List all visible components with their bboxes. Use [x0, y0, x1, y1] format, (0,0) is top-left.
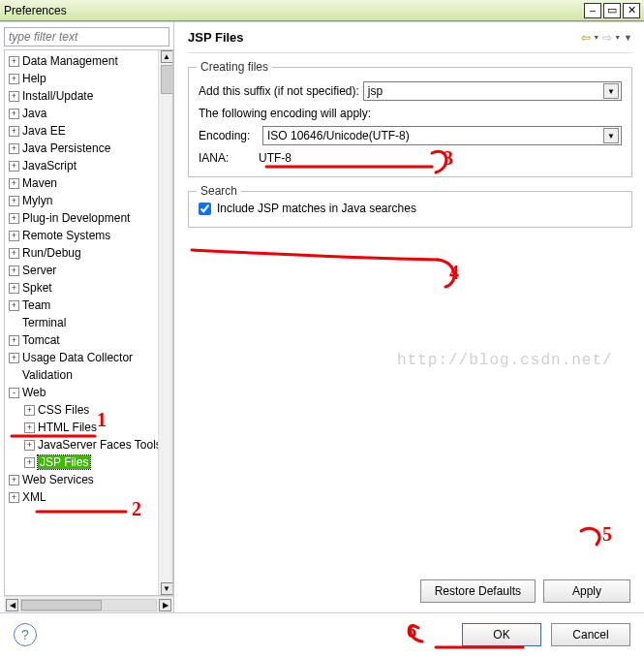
expand-icon[interactable]: + — [9, 213, 19, 224]
tree-label: Web — [22, 386, 46, 399]
tree-label: JSP Files — [38, 455, 90, 469]
tree-label: Java Persistence — [22, 141, 110, 155]
close-button[interactable]: ✕ — [623, 3, 640, 18]
suffix-select[interactable]: jsp ▼ — [363, 81, 622, 101]
cancel-button[interactable]: Cancel — [551, 623, 630, 646]
expand-icon[interactable]: + — [9, 475, 19, 485]
tree-item-javascript[interactable]: +JavaScript — [5, 157, 172, 174]
tree-item-html-files[interactable]: +HTML Files — [5, 419, 172, 436]
expand-icon[interactable]: + — [24, 422, 35, 433]
dropdown-icon[interactable]: ▼ — [603, 128, 619, 143]
scroll-left-icon[interactable]: ◀ — [6, 599, 18, 611]
expand-icon[interactable]: + — [9, 74, 19, 84]
ok-button[interactable]: OK — [462, 623, 541, 646]
scroll-right-icon[interactable]: ▶ — [159, 599, 171, 611]
expand-icon[interactable]: + — [9, 126, 19, 137]
tree-item-web-services[interactable]: +Web Services — [5, 471, 172, 488]
forward-icon[interactable]: ⇨ — [602, 31, 612, 45]
dialog-footer: ? OK Cancel — [0, 612, 644, 655]
expand-icon[interactable]: + — [9, 353, 19, 363]
expand-icon[interactable]: + — [9, 492, 19, 503]
tree-item-install-update[interactable]: +Install/Update — [5, 87, 172, 105]
tree-label: Validation — [22, 368, 73, 382]
tree-label: Tomcat — [22, 333, 60, 347]
tree-item-validation[interactable]: Validation — [5, 366, 172, 384]
tree-label: Java — [22, 107, 46, 120]
tree-label: Team — [22, 298, 50, 312]
tree-item-java-persistence[interactable]: +Java Persistence — [5, 140, 172, 157]
expand-icon[interactable]: + — [9, 196, 19, 206]
tree-item-java-ee[interactable]: +Java EE — [5, 122, 172, 140]
main-panel: JSP Files ⇦▼ ⇨▼ ▼ Creating files Add thi… — [174, 22, 644, 612]
restore-defaults-button[interactable]: Restore Defaults — [420, 579, 536, 603]
expand-icon[interactable]: + — [9, 231, 19, 241]
expand-icon[interactable]: + — [24, 457, 35, 468]
tree-item-run-debug[interactable]: +Run/Debug — [5, 244, 172, 262]
encoding-select[interactable]: ISO 10646/Unicode(UTF-8) ▼ — [262, 126, 622, 145]
tree-item-server[interactable]: +Server — [5, 262, 172, 279]
tree-item-xml[interactable]: +XML — [5, 488, 172, 506]
expand-icon[interactable]: + — [9, 143, 19, 154]
preferences-tree[interactable]: ▲ ▼ +Data Management+Help+Install/Update… — [4, 49, 173, 596]
nav-icons: ⇦▼ ⇨▼ ▼ — [581, 31, 632, 45]
tree-label: Run/Debug — [22, 246, 81, 260]
sidebar: ▲ ▼ +Data Management+Help+Install/Update… — [0, 22, 174, 612]
tree-item-help[interactable]: +Help — [5, 70, 172, 87]
dropdown-icon[interactable]: ▼ — [603, 83, 619, 99]
tree-item-mylyn[interactable]: +Mylyn — [5, 192, 172, 209]
minimize-button[interactable]: – — [584, 3, 601, 18]
tree-item-tomcat[interactable]: +Tomcat — [5, 331, 172, 349]
expand-icon[interactable]: + — [9, 56, 19, 67]
expand-icon[interactable]: + — [9, 300, 19, 311]
search-group: Search Include JSP matches in Java searc… — [188, 191, 632, 228]
scroll-down-icon[interactable]: ▼ — [161, 582, 173, 595]
view-menu-icon[interactable]: ▼ — [624, 33, 632, 43]
tree-label: Remote Systems — [22, 229, 110, 242]
expand-icon[interactable]: + — [9, 283, 19, 294]
tree-item-data-management[interactable]: +Data Management — [5, 52, 172, 70]
expand-icon[interactable]: + — [9, 248, 19, 259]
include-jsp-checkbox[interactable] — [199, 203, 211, 215]
expand-icon[interactable]: + — [9, 161, 19, 172]
back-drop-icon[interactable]: ▼ — [593, 34, 599, 41]
back-icon[interactable]: ⇦ — [581, 31, 591, 45]
tree-item-terminal[interactable]: Terminal — [5, 314, 172, 331]
collapse-icon[interactable]: - — [9, 388, 19, 398]
apply-button[interactable]: Apply — [543, 579, 630, 603]
tree-item-java[interactable]: +Java — [5, 105, 172, 122]
tree-label: CSS Files — [38, 403, 89, 417]
scroll-up-icon[interactable]: ▲ — [161, 50, 173, 63]
tree-item-web[interactable]: -Web — [5, 384, 172, 401]
tree-hscroll[interactable]: ◀ ▶ — [4, 596, 173, 612]
tree-item-css-files[interactable]: +CSS Files — [5, 401, 172, 419]
tree-label: XML — [22, 490, 46, 504]
maximize-button[interactable]: ▭ — [603, 3, 621, 18]
tree-item-javaserver-faces-tools[interactable]: +JavaServer Faces Tools — [5, 436, 172, 454]
scroll-thumb[interactable] — [161, 65, 173, 94]
tree-item-plug-in-development[interactable]: +Plug-in Development — [5, 209, 172, 227]
suffix-label: Add this suffix (if not specified): — [199, 84, 359, 98]
expand-icon[interactable]: + — [9, 91, 19, 102]
expand-icon[interactable]: + — [9, 109, 19, 119]
tree-item-remote-systems[interactable]: +Remote Systems — [5, 227, 172, 244]
expand-icon[interactable]: + — [9, 266, 19, 276]
expand-icon[interactable]: + — [24, 405, 35, 416]
tree-item-jsp-files[interactable]: +JSP Files — [5, 454, 172, 471]
fwd-drop-icon[interactable]: ▼ — [614, 34, 621, 41]
hscroll-thumb[interactable] — [21, 600, 102, 610]
search-legend: Search — [197, 184, 241, 198]
filter-input[interactable] — [4, 27, 169, 47]
tree-vscroll[interactable]: ▲ ▼ — [158, 49, 173, 596]
expand-icon[interactable]: + — [24, 440, 35, 451]
watermark: http://blog.csdn.net/ — [397, 352, 613, 369]
expand-icon[interactable]: + — [9, 335, 19, 346]
help-icon[interactable]: ? — [14, 623, 37, 646]
include-label: Include JSP matches in Java searches — [217, 202, 416, 215]
tree-label: Help — [22, 72, 46, 85]
tree-item-team[interactable]: +Team — [5, 297, 172, 314]
expand-icon[interactable]: + — [9, 178, 19, 189]
window-title: Preferences — [4, 4, 67, 17]
tree-item-spket[interactable]: +Spket — [5, 279, 172, 297]
tree-item-usage-data-collector[interactable]: +Usage Data Collector — [5, 349, 172, 366]
tree-item-maven[interactable]: +Maven — [5, 174, 172, 192]
